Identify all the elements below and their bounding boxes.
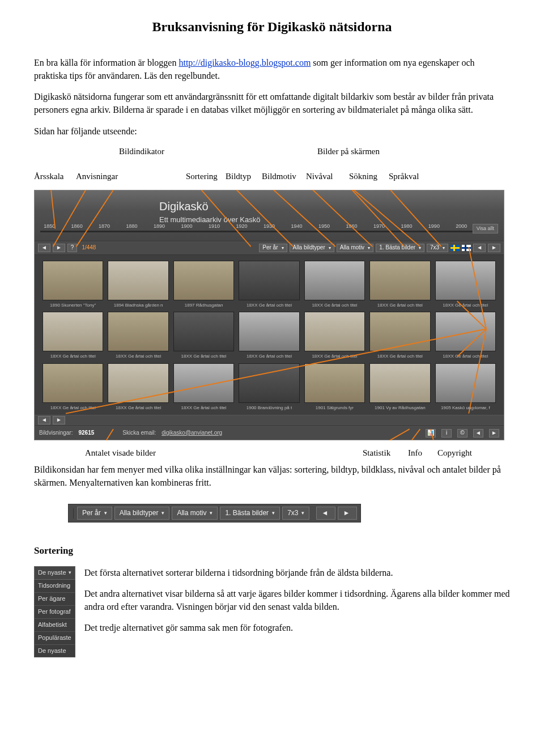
label-nivaval: Nivåval (306, 171, 333, 183)
thumbnail-cell[interactable]: 18XX Ge årtal och titel (108, 363, 168, 411)
sorting-menu-screenshot: De nyaste Tidsordning Per ägare Per foto… (34, 566, 75, 658)
label-statistik: Statistik (363, 447, 390, 460)
imagetype-dropdown[interactable]: Alla bildtyper (290, 244, 334, 252)
nav-prev-button-2[interactable]: ◄ (473, 244, 486, 252)
label-bildindikator: Bildindikator (119, 146, 164, 158)
stats-icon[interactable]: 📊 (426, 429, 436, 438)
help-button[interactable]: ? (67, 244, 78, 252)
app-footer: Bildvisningar: 92615 Skicka email: digik… (35, 426, 504, 440)
thumbnail-cell[interactable]: 18XX Ge årtal och titel (42, 312, 103, 360)
label-sokning: Sökning (349, 171, 377, 183)
level-dropdown[interactable]: 1. Bästa bilder (376, 244, 424, 252)
label-sprakval: Språkval (389, 171, 419, 183)
mini-imagetype-dropdown[interactable]: Alla bildtyper (114, 507, 170, 520)
label-bildmotiv: Bildmotiv (262, 171, 296, 183)
year-tick[interactable]: 1970 (373, 223, 385, 230)
nav-next-button[interactable]: ► (53, 244, 65, 252)
thumbnail-cell[interactable]: 18XX Ge årtal och titel (108, 312, 168, 360)
thumbnail-cell[interactable]: 18XX Ge årtal och titel (173, 312, 234, 360)
thumbnail-grid: 1890 Skonerten "Tony" 1894 Bladhska gård… (35, 255, 504, 415)
nav-next-button-4[interactable]: ► (489, 429, 499, 438)
nav-prev-button-3[interactable]: ◄ (38, 416, 50, 424)
year-tick[interactable]: 1950 (318, 223, 330, 230)
year-tick[interactable]: 1890 (154, 223, 165, 230)
motif-dropdown[interactable]: Alla motiv (337, 244, 373, 252)
flag-fi-icon[interactable] (462, 245, 471, 251)
thumbnail-cell[interactable]: 1901 Sälgrunds fyr (304, 363, 365, 411)
sorting-section: De nyaste Tidsordning Per ägare Per foto… (34, 566, 510, 658)
label-sortering: Sortering (186, 171, 218, 183)
label-bilder-pa-skarmen: Bilder på skärmen (317, 146, 380, 158)
sorting-menu-item[interactable]: De nyaste (34, 645, 75, 658)
thumbnail-cell[interactable]: 18XX Ge årtal och titel (369, 261, 430, 309)
email-link[interactable]: digikasko@anvianet.org (162, 429, 222, 438)
sorting-menu-item[interactable]: Populäraste (34, 632, 75, 645)
layout-dropdown[interactable]: 7x3 (427, 244, 448, 252)
sorting-menu-item[interactable]: Alfabetiskt (34, 619, 75, 632)
thumbnail-cell[interactable]: 18XX Ge årtal och titel (369, 312, 430, 360)
year-tick[interactable]: 1930 (264, 223, 275, 230)
year-tick[interactable]: 1910 (209, 223, 220, 230)
label-anvisningar: Anvisningar (76, 171, 118, 183)
sorting-menu-selected[interactable]: De nyaste (34, 566, 75, 580)
sorting-menu-item[interactable]: Tidsordning (34, 580, 75, 593)
year-tick[interactable]: 1870 (99, 223, 110, 230)
sorting-p2: Det andra alternativet visar bilderna så… (84, 587, 510, 613)
year-tick[interactable]: 1990 (428, 223, 440, 230)
mini-level-dropdown[interactable]: 1. Bästa bilder (220, 507, 280, 520)
thumbnail-cell[interactable]: 1897 Rådhusgatan (173, 261, 234, 309)
email-label: Skicka email: (122, 429, 156, 438)
thumbnail-cell[interactable]: 18XX Ge årtal och titel (435, 312, 496, 360)
mini-nav-prev[interactable]: ◄ (316, 507, 335, 520)
mini-sort-dropdown[interactable]: Per år (77, 507, 112, 520)
thumbnail-cell[interactable]: 18XX Ge årtal och titel (173, 363, 234, 411)
nav-next-button-2[interactable]: ► (488, 244, 500, 252)
label-info: Info (408, 447, 422, 460)
thumbnail-cell[interactable]: 1905 Kaskö ungdomar, f (435, 363, 496, 411)
year-tick[interactable]: 1980 (401, 223, 412, 230)
mini-toolbar-screenshot: Per år Alla bildtyper Alla motiv 1. Bäst… (68, 504, 361, 523)
paragraph-menus: Bildikonsidan har fem menyer med vilka o… (34, 463, 510, 489)
mid-nav-bar: ◄ ► (35, 415, 504, 426)
mini-layout-dropdown[interactable]: 7x3 (282, 507, 309, 520)
year-tick[interactable]: 1880 (126, 223, 138, 230)
show-all-button[interactable]: Visa allt (473, 224, 498, 233)
intro-text-before: En bra källa för information är bloggen (34, 58, 178, 67)
nav-prev-button-4[interactable]: ◄ (473, 429, 483, 438)
year-tick[interactable]: 1960 (346, 223, 357, 230)
thumbnail-cell[interactable]: 18XX Ge årtal och titel (435, 261, 496, 309)
flag-se-icon[interactable] (450, 245, 460, 251)
thumbnail-cell[interactable]: 18XX Ge årtal och titel (239, 312, 299, 360)
info-icon[interactable]: i (441, 429, 452, 438)
year-tick[interactable]: 1920 (236, 223, 248, 230)
year-tick[interactable]: 1860 (71, 223, 83, 230)
thumbnail-cell[interactable]: 1890 Skonerten "Tony" (42, 261, 103, 309)
thumbnail-cell[interactable]: 18XX Ge årtal och titel (42, 363, 103, 411)
nav-next-button-3[interactable]: ► (53, 416, 65, 424)
app-screenshot: Digikaskö Ett multimediaarkiv över Kaskö… (34, 190, 504, 440)
mini-motif-dropdown[interactable]: Alla motiv (172, 507, 218, 520)
sorting-menu-item[interactable]: Per fotograf (34, 606, 75, 619)
year-tick[interactable]: 1940 (291, 223, 302, 230)
year-tick[interactable]: 1900 (181, 223, 193, 230)
sorting-p1: Det första alternativet sorterar bildern… (84, 566, 510, 579)
sorting-menu-item[interactable]: Per ägare (34, 593, 75, 606)
mini-nav-next[interactable]: ► (338, 507, 357, 520)
thumbnail-cell[interactable]: 18XX Ge årtal och titel (304, 312, 365, 360)
sort-dropdown[interactable]: Per år (259, 244, 287, 252)
blog-link[interactable]: http://digikasko-blogg.blogspot.com (178, 58, 311, 67)
copyright-icon[interactable]: © (457, 429, 468, 438)
thumbnail-cell[interactable]: 18XX Ge årtal och titel (304, 261, 365, 309)
thumbnail-cell[interactable]: 1894 Bladhska gården n (108, 261, 168, 309)
intro-paragraph-1: En bra källa för information är bloggen … (34, 56, 510, 82)
year-tick[interactable]: 1850 (44, 223, 55, 230)
year-scale[interactable]: 1850 1860 1870 1880 1890 1900 1910 1920 … (40, 223, 498, 239)
page-indicator: 1/448 (82, 244, 96, 252)
thumbnail-cell[interactable]: 1900 Brandövning på t (239, 363, 299, 411)
thumbnail-cell[interactable]: 18XX Ge årtal och titel (239, 261, 299, 309)
view-count-label: Bildvisningar: (39, 429, 73, 438)
nav-prev-button[interactable]: ◄ (38, 244, 50, 252)
thumbnail-cell[interactable]: 1901 Vy av Rådhusgatan (369, 363, 430, 411)
control-bar: ◄ ► ? 1/448 Per år Alla bildtyper Alla m… (35, 241, 504, 255)
year-tick[interactable]: 2000 (456, 223, 467, 230)
